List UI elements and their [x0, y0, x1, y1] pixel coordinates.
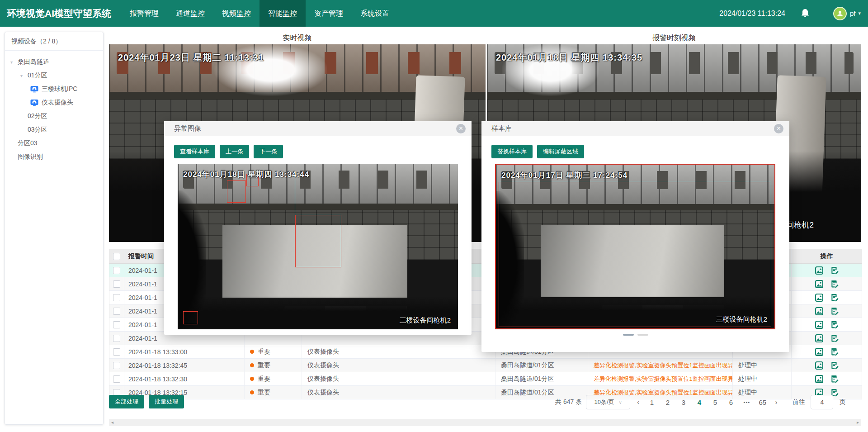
- carousel-dot[interactable]: [637, 334, 648, 336]
- process-batch-button[interactable]: 批量处理: [149, 395, 184, 408]
- caret-down-icon[interactable]: ▾: [10, 60, 18, 65]
- page-number-3[interactable]: 3: [678, 399, 689, 406]
- edit-record-icon[interactable]: [830, 361, 839, 370]
- modal-header: 异常图像 ✕: [164, 121, 472, 136]
- previous-record-button[interactable]: 上一条: [220, 145, 249, 158]
- view-image-icon[interactable]: [815, 307, 824, 316]
- sidebar-title: 视频设备（2 / 8）: [5, 32, 103, 51]
- cell-actions: [792, 345, 862, 358]
- tree-item-label: 桑田岛隧道: [18, 58, 49, 66]
- select-all-checkbox[interactable]: [113, 253, 120, 260]
- camera-icon: [30, 85, 38, 93]
- row-checkbox[interactable]: [113, 280, 120, 288]
- goto-page-input[interactable]: [811, 395, 833, 409]
- tree-item-zone03[interactable]: 03分区: [5, 123, 103, 137]
- device-sidebar: 视频设备（2 / 8） ▾ 桑田岛隧道 ▾ 01分区 三楼球机IPC 仪表摄像头: [5, 32, 104, 425]
- header-select-all: [109, 249, 124, 263]
- row-checkbox[interactable]: [113, 362, 120, 369]
- cell-actions: [792, 332, 862, 345]
- cell-select: [109, 318, 124, 331]
- page-number-1[interactable]: 1: [646, 399, 658, 406]
- table-row[interactable]: 2024-01-18 13:32:45 重要 仪表摄像头 桑田岛隧道/01分区 …: [109, 359, 862, 372]
- severity-label: 重要: [258, 348, 270, 356]
- cell-actions: [792, 318, 862, 331]
- edit-record-icon[interactable]: [830, 307, 839, 316]
- page-number-4-active[interactable]: 4: [693, 399, 705, 406]
- tree-item-partition03[interactable]: 分区03: [5, 137, 103, 150]
- edit-mask-area-button[interactable]: 编辑屏蔽区域: [537, 145, 584, 158]
- edit-record-icon[interactable]: [830, 347, 839, 356]
- prev-page-button[interactable]: ‹: [634, 399, 642, 406]
- severity-dot: [250, 363, 254, 367]
- process-all-button[interactable]: 全部处理: [109, 395, 144, 408]
- chevron-down-icon: ∨: [619, 400, 622, 405]
- menu-item-smart-monitor[interactable]: 智能监控: [259, 0, 306, 27]
- cell-actions: [792, 372, 862, 385]
- row-checkbox[interactable]: [113, 335, 120, 342]
- view-image-icon[interactable]: [815, 334, 824, 343]
- scene-layer: [178, 190, 206, 329]
- cell-location: 桑田岛隧道/01分区: [495, 359, 588, 372]
- edit-record-icon[interactable]: [830, 266, 839, 275]
- close-icon[interactable]: ✕: [774, 124, 783, 133]
- page-number-65[interactable]: 65: [757, 399, 769, 406]
- menu-item-system-settings[interactable]: 系统设置: [352, 0, 398, 27]
- carousel-dot-active[interactable]: [623, 334, 634, 336]
- next-page-button[interactable]: ›: [773, 399, 780, 406]
- tree-item-camera-ipc[interactable]: 三楼球机IPC: [5, 82, 103, 96]
- edit-record-icon[interactable]: [830, 280, 839, 289]
- row-checkbox[interactable]: [113, 267, 120, 274]
- table-row[interactable]: 2024-01-18 13:32:30 重要 仪表摄像头 桑田岛隧道/01分区 …: [109, 372, 862, 386]
- close-icon[interactable]: ✕: [456, 124, 466, 133]
- view-image-icon[interactable]: [815, 320, 824, 329]
- tree-item-camera-meter[interactable]: 仪表摄像头: [5, 96, 103, 109]
- row-checkbox[interactable]: [113, 294, 120, 301]
- edit-record-icon[interactable]: [830, 293, 839, 302]
- replace-sample-button[interactable]: 替换样本库: [491, 145, 533, 158]
- tree-item-zone02[interactable]: 02分区: [5, 109, 103, 123]
- page-number-6[interactable]: 6: [725, 399, 737, 406]
- menu-item-asset-management[interactable]: 资产管理: [306, 0, 352, 27]
- cell-select: [109, 277, 124, 290]
- edit-record-icon[interactable]: [830, 375, 839, 384]
- page-size-value: 10条/页: [594, 398, 614, 406]
- video-timestamp-overlay: 2024年01月23日 星期二 11:13:31: [118, 52, 264, 64]
- next-record-button[interactable]: 下一条: [254, 145, 283, 158]
- user-avatar[interactable]: [833, 7, 847, 20]
- current-datetime: 2024/01/23 11:13:24: [719, 9, 785, 18]
- row-checkbox[interactable]: [113, 348, 120, 356]
- row-checkbox[interactable]: [113, 321, 120, 328]
- page-number-5[interactable]: 5: [709, 399, 721, 406]
- cell-alarm-time: 2024-01-18 13:32:30: [124, 372, 245, 385]
- page-size-select[interactable]: 10条/页 ∨: [586, 395, 630, 409]
- view-image-icon[interactable]: [815, 280, 824, 289]
- menu-item-channel-monitor[interactable]: 通道监控: [167, 0, 213, 27]
- tree-item-tunnel[interactable]: ▾ 桑田岛隧道: [5, 55, 103, 69]
- menu-item-video-monitor[interactable]: 视频监控: [213, 0, 259, 27]
- menu-item-alarm-management[interactable]: 报警管理: [121, 0, 167, 27]
- view-sample-library-button[interactable]: 查看样本库: [174, 145, 215, 158]
- tree-item-image-recognition[interactable]: 图像识别: [5, 150, 103, 164]
- page-number-2[interactable]: 2: [662, 399, 674, 406]
- view-image-icon[interactable]: [815, 361, 824, 370]
- scroll-left-arrow-icon[interactable]: ◂: [111, 419, 113, 426]
- username-label[interactable]: pf: [850, 9, 856, 17]
- row-checkbox[interactable]: [113, 308, 120, 315]
- edit-record-icon[interactable]: [830, 320, 839, 329]
- scroll-right-arrow-icon[interactable]: ▸: [857, 419, 859, 426]
- edit-record-icon[interactable]: [830, 334, 839, 343]
- view-image-icon[interactable]: [815, 293, 824, 302]
- tree-item-label: 图像识别: [18, 153, 43, 161]
- view-image-icon[interactable]: [815, 266, 824, 275]
- view-image-icon[interactable]: [815, 347, 824, 356]
- row-checkbox[interactable]: [113, 375, 120, 383]
- view-image-icon[interactable]: [815, 375, 824, 384]
- tree-item-zone01[interactable]: ▾ 01分区: [5, 69, 103, 82]
- notification-bell-icon[interactable]: [801, 9, 810, 19]
- caret-down-icon[interactable]: ▾: [20, 73, 28, 78]
- page-ellipsis[interactable]: •••: [741, 399, 753, 405]
- app-canvas: 环境视觉AI模型守望系统 报警管理 通道监控 视频监控 智能监控 资产管理 系统…: [0, 0, 868, 432]
- horizontal-scrollbar[interactable]: ◂ ▸: [109, 419, 861, 426]
- detection-box: [227, 180, 246, 203]
- user-menu-caret-icon[interactable]: ▾: [858, 10, 861, 16]
